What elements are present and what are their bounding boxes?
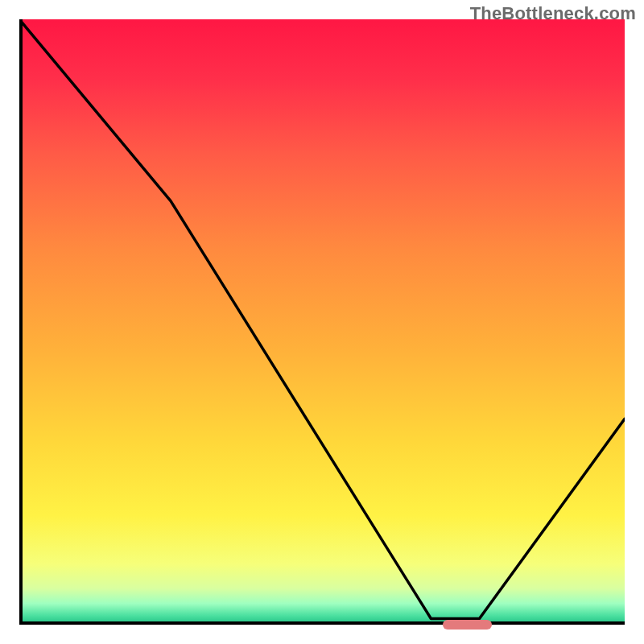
bottleneck-chart: TheBottleneck.com: [0, 0, 644, 644]
optimal-range-marker: [443, 620, 491, 630]
watermark-text: TheBottleneck.com: [470, 3, 636, 24]
curve-path: [19, 19, 625, 619]
bottleneck-curve: [19, 19, 625, 625]
plot-area: [19, 19, 625, 625]
